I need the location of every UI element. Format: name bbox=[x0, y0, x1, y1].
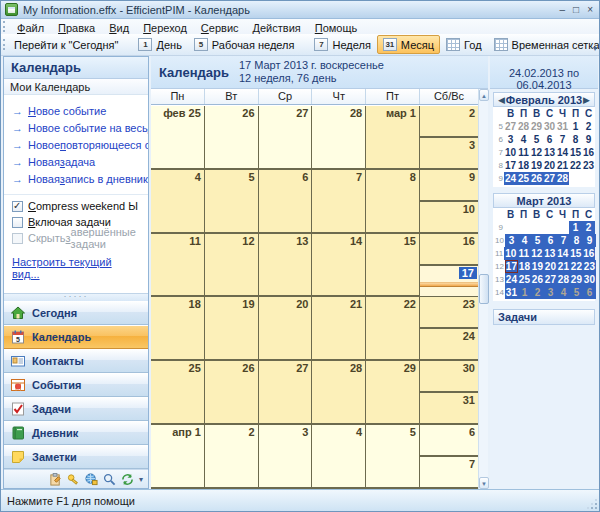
mini-day[interactable]: 26 bbox=[530, 172, 543, 185]
nav-button-contacts[interactable]: Контакты bbox=[4, 349, 148, 373]
mini-day[interactable]: 17 bbox=[504, 159, 517, 172]
view-button[interactable]: Год bbox=[440, 35, 488, 54]
globe-lock-icon[interactable] bbox=[85, 473, 98, 486]
mini-day[interactable]: 30 bbox=[583, 273, 596, 286]
day-cell[interactable]: 6 bbox=[259, 170, 313, 232]
menu-item[interactable]: Файл bbox=[10, 22, 51, 34]
calendar-scrollbar[interactable] bbox=[478, 89, 488, 489]
day-cell[interactable]: апр 1 bbox=[151, 425, 205, 487]
quick-link[interactable]: Новое событие bbox=[4, 102, 148, 119]
mini-day[interactable]: 3 bbox=[504, 133, 517, 146]
mini-day[interactable]: 2 bbox=[531, 286, 544, 299]
checkbox-icon[interactable] bbox=[12, 217, 23, 228]
mini-day[interactable]: 6 bbox=[544, 234, 557, 247]
mini-day[interactable]: 13 bbox=[543, 146, 556, 159]
day-cell[interactable]: 28 bbox=[312, 361, 366, 423]
scroll-up-icon[interactable] bbox=[479, 89, 489, 101]
mini-day[interactable]: 17 bbox=[505, 260, 518, 273]
mini-day[interactable]: 10 bbox=[504, 247, 517, 260]
mini-day[interactable]: 16 bbox=[582, 247, 595, 260]
menu-item[interactable]: Правка bbox=[51, 22, 102, 34]
mini-day[interactable]: 11 bbox=[517, 247, 530, 260]
mini-day[interactable]: 3 bbox=[544, 286, 557, 299]
mini-day[interactable]: 27 bbox=[543, 172, 556, 185]
day-cell[interactable]: 5 bbox=[366, 425, 420, 487]
resize-grip[interactable] bbox=[595, 507, 597, 509]
day-cell[interactable]: 15 bbox=[366, 234, 420, 296]
checkbox-icon[interactable] bbox=[12, 233, 23, 244]
saturday-cell[interactable]: 30 bbox=[420, 361, 478, 393]
view-button[interactable]: 5Рабочая неделя bbox=[188, 35, 301, 54]
sunday-cell[interactable]: 10 bbox=[420, 202, 478, 232]
mini-day[interactable] bbox=[569, 172, 582, 185]
day-cell[interactable]: 25 bbox=[151, 361, 205, 423]
mini-day[interactable] bbox=[543, 221, 556, 234]
nav-button-notes[interactable]: Заметки bbox=[4, 445, 148, 469]
quick-link[interactable]: Новая задача bbox=[4, 153, 148, 170]
day-cell[interactable]: 3 bbox=[259, 425, 313, 487]
day-cell[interactable]: фев 25 bbox=[151, 106, 205, 168]
mini-day[interactable]: 24 bbox=[504, 172, 517, 185]
mini-day[interactable]: 2 bbox=[582, 221, 595, 234]
mini-day[interactable]: 1 bbox=[569, 221, 582, 234]
quick-link[interactable]: Новое повторяющееся собь bbox=[4, 136, 148, 153]
search-icon[interactable] bbox=[103, 473, 116, 486]
quick-link[interactable]: Новая запись в дневнике bbox=[4, 170, 148, 187]
mini-day[interactable]: 29 bbox=[570, 273, 583, 286]
day-cell[interactable]: 19 bbox=[205, 297, 259, 359]
saturday-cell[interactable]: 16 bbox=[420, 234, 478, 266]
mini-day[interactable]: 23 bbox=[582, 159, 595, 172]
option-checkbox[interactable]: Compress weekend Ы bbox=[4, 198, 148, 214]
mini-day[interactable]: 7 bbox=[556, 133, 569, 146]
mini-day[interactable]: 19 bbox=[530, 159, 543, 172]
day-cell[interactable]: 8 bbox=[366, 170, 420, 232]
mini-day[interactable]: 8 bbox=[569, 133, 582, 146]
mini-day[interactable]: 23 bbox=[583, 260, 596, 273]
menu-item[interactable]: Вид bbox=[102, 22, 136, 34]
mini-day[interactable]: 27 bbox=[504, 120, 517, 133]
mini-day[interactable]: 6 bbox=[543, 133, 556, 146]
day-cell[interactable]: 26 bbox=[205, 361, 259, 423]
mini-day[interactable]: 20 bbox=[544, 260, 557, 273]
toolbar-overflow-icon[interactable] bbox=[593, 44, 597, 53]
menu-item[interactable]: Сервис bbox=[194, 22, 246, 34]
mini-day[interactable]: 20 bbox=[543, 159, 556, 172]
today-cell[interactable]: 17 bbox=[420, 266, 478, 296]
day-cell[interactable]: 11 bbox=[151, 234, 205, 296]
mini-day[interactable]: 8 bbox=[570, 234, 583, 247]
mini-day[interactable]: 16 bbox=[582, 146, 595, 159]
mini-day[interactable]: 4 bbox=[517, 133, 530, 146]
clipboard-icon[interactable] bbox=[49, 473, 62, 486]
close-button[interactable] bbox=[587, 5, 593, 15]
menu-item[interactable]: Переход bbox=[136, 22, 194, 34]
mini-day[interactable] bbox=[556, 221, 569, 234]
mini-day[interactable]: 13 bbox=[543, 247, 556, 260]
mini-day[interactable]: 28 bbox=[517, 120, 530, 133]
nav-button-journal[interactable]: Дневник bbox=[4, 421, 148, 445]
mini-day[interactable] bbox=[517, 221, 530, 234]
mini-day[interactable] bbox=[504, 221, 517, 234]
day-cell[interactable]: 27 bbox=[259, 106, 313, 168]
next-month-icon[interactable] bbox=[583, 94, 590, 107]
nav-button-today[interactable]: Сегодня bbox=[4, 301, 148, 325]
mini-day[interactable]: 7 bbox=[557, 234, 570, 247]
mini-day[interactable]: 9 bbox=[583, 234, 596, 247]
mini-day[interactable]: 27 bbox=[544, 273, 557, 286]
mini-day[interactable] bbox=[582, 172, 595, 185]
customize-view-link[interactable]: Настроить текущий вид... bbox=[4, 246, 148, 284]
mini-day[interactable]: 14 bbox=[556, 247, 569, 260]
mini-day[interactable]: 4 bbox=[518, 234, 531, 247]
maximize-button[interactable] bbox=[573, 5, 579, 15]
minimize-button[interactable] bbox=[560, 5, 566, 15]
mini-day[interactable]: 5 bbox=[531, 234, 544, 247]
day-cell[interactable]: 5 bbox=[205, 170, 259, 232]
mini-day[interactable]: 1 bbox=[518, 286, 531, 299]
day-cell[interactable]: 28 bbox=[312, 106, 366, 168]
quick-link[interactable]: Новое событие на весь день bbox=[4, 119, 148, 136]
mini-day[interactable]: 10 bbox=[504, 146, 517, 159]
view-button[interactable]: 7Неделя bbox=[308, 35, 376, 54]
day-cell[interactable]: 2 bbox=[205, 425, 259, 487]
day-cell[interactable]: 12 bbox=[205, 234, 259, 296]
view-button[interactable]: 1День bbox=[132, 35, 187, 54]
scrollbar-thumb[interactable] bbox=[479, 274, 489, 304]
